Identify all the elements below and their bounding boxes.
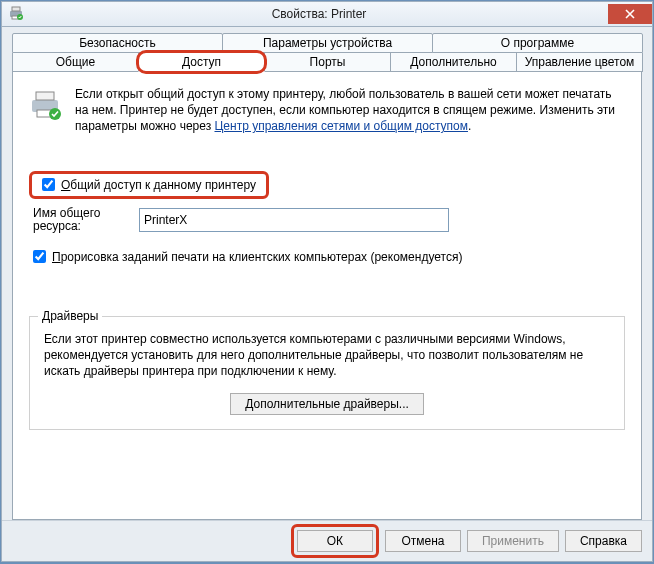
close-icon bbox=[625, 7, 635, 21]
svg-rect-5 bbox=[36, 92, 54, 100]
network-center-link[interactable]: Центр управления сетями и общим доступом bbox=[214, 119, 468, 133]
drivers-groupbox: Драйверы Если этот принтер совместно исп… bbox=[29, 316, 625, 431]
intro-text-b: . bbox=[468, 119, 471, 133]
titlebar: Свойства: Printer bbox=[2, 2, 652, 27]
properties-dialog: Свойства: Printer Безопасность Параметры… bbox=[1, 1, 653, 562]
share-name-input[interactable] bbox=[139, 208, 449, 232]
tab-device-params[interactable]: Параметры устройства bbox=[222, 33, 433, 53]
intro-text: Если открыт общий доступ к этому принтер… bbox=[75, 86, 625, 135]
client-render-row: Прорисовка заданий печати на клиентских … bbox=[29, 250, 625, 266]
tab-general[interactable]: Общие bbox=[12, 53, 139, 72]
share-name-row: Имя общего ресурса: bbox=[29, 207, 625, 235]
printer-titlebar-icon bbox=[8, 5, 24, 24]
tab-content-sharing: Если открыт общий доступ к этому принтер… bbox=[12, 72, 642, 520]
tab-strip: Безопасность Параметры устройства О прог… bbox=[2, 27, 652, 72]
tab-row-2: Общие Доступ Порты Дополнительно Управле… bbox=[12, 53, 642, 72]
window-title: Свойства: Printer bbox=[30, 7, 608, 21]
tab-color-mgmt[interactable]: Управление цветом bbox=[516, 53, 643, 72]
svg-rect-1 bbox=[12, 7, 20, 11]
share-name-label: Имя общего ресурса: bbox=[33, 207, 129, 235]
client-render-checkbox[interactable] bbox=[33, 250, 46, 263]
help-button[interactable]: Справка bbox=[565, 530, 642, 552]
tab-ports[interactable]: Порты bbox=[264, 53, 391, 72]
drivers-text: Если этот принтер совместно используется… bbox=[44, 331, 610, 380]
tab-sharing[interactable]: Доступ bbox=[138, 53, 265, 72]
tab-security[interactable]: Безопасность bbox=[12, 33, 223, 53]
additional-drivers-button[interactable]: Дополнительные драйверы... bbox=[230, 393, 424, 415]
share-checkbox-highlight: Общий доступ к данному принтеру bbox=[29, 171, 269, 199]
drivers-legend: Драйверы bbox=[38, 309, 102, 323]
share-block: Общий доступ к данному принтеру Имя обще… bbox=[29, 171, 625, 266]
tab-about[interactable]: О программе bbox=[432, 33, 643, 53]
tab-advanced[interactable]: Дополнительно bbox=[390, 53, 517, 72]
apply-button[interactable]: Применить bbox=[467, 530, 559, 552]
ok-button[interactable]: ОК bbox=[297, 530, 373, 552]
close-button[interactable] bbox=[608, 4, 652, 24]
ok-button-highlight: ОК bbox=[291, 524, 379, 558]
share-printer-label[interactable]: Общий доступ к данному принтеру bbox=[61, 178, 256, 192]
share-printer-checkbox[interactable] bbox=[42, 178, 55, 191]
tab-row-1: Безопасность Параметры устройства О прог… bbox=[12, 33, 642, 53]
cancel-button[interactable]: Отмена bbox=[385, 530, 461, 552]
dialog-button-bar: ОК Отмена Применить Справка bbox=[2, 520, 652, 561]
intro-block: Если открыт общий доступ к этому принтер… bbox=[29, 86, 625, 135]
client-render-label[interactable]: Прорисовка заданий печати на клиентских … bbox=[52, 250, 462, 266]
printer-icon bbox=[29, 88, 63, 135]
